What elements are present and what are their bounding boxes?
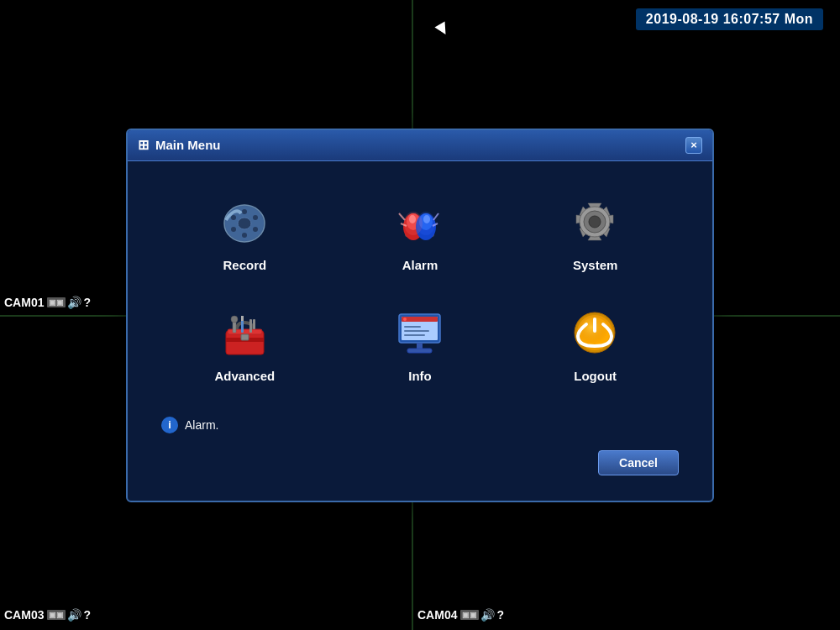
logout-label: Logout [574, 369, 617, 383]
dialog-title-text: Main Menu [155, 138, 221, 152]
svg-rect-33 [249, 319, 252, 333]
menu-item-advanced[interactable]: Advanced [161, 297, 328, 391]
advanced-label: Advanced [214, 369, 275, 383]
alarm-icon [392, 197, 447, 247]
svg-line-20 [433, 213, 438, 220]
status-message: Alarm. [185, 418, 218, 432]
svg-rect-39 [404, 326, 421, 328]
record-icon [218, 197, 272, 247]
record-icon-container [215, 195, 274, 249]
alarm-icon-container [391, 195, 449, 249]
logout-icon-container [566, 306, 625, 360]
menu-item-info[interactable]: Info [337, 297, 504, 391]
status-bar: i Alarm. [161, 417, 679, 433]
svg-rect-28 [241, 334, 249, 340]
menu-item-record[interactable]: Record [161, 186, 328, 281]
title-grid-icon: ⊞ [138, 137, 149, 153]
info-icon-container [391, 306, 449, 360]
system-icon-container [566, 195, 625, 249]
svg-point-24 [589, 216, 601, 228]
record-label: Record [223, 258, 266, 272]
dialog-title: ⊞ Main Menu [138, 137, 221, 153]
svg-rect-41 [404, 334, 425, 336]
menu-grid: Record [161, 186, 679, 391]
dialog-body: Record [128, 161, 712, 501]
system-icon [568, 197, 622, 247]
cancel-button[interactable]: Cancel [598, 450, 679, 475]
alarm-label: Alarm [402, 258, 438, 272]
info-icon [392, 307, 447, 358]
close-button[interactable]: × [685, 137, 702, 154]
svg-rect-37 [402, 317, 438, 322]
svg-point-30 [231, 316, 238, 323]
dialog-footer: Cancel [161, 450, 679, 484]
system-label: System [573, 258, 617, 272]
dialog-titlebar: ⊞ Main Menu × [128, 130, 712, 161]
advanced-icon-container [215, 306, 274, 360]
svg-point-38 [403, 318, 407, 321]
svg-rect-40 [404, 330, 429, 332]
svg-rect-34 [253, 319, 255, 329]
menu-item-system[interactable]: System [512, 186, 679, 281]
advanced-icon [218, 307, 272, 358]
svg-point-8 [225, 206, 264, 241]
main-menu-dialog: ⊞ Main Menu × [126, 129, 714, 502]
logout-icon [568, 307, 622, 358]
svg-rect-43 [407, 349, 432, 353]
svg-point-17 [417, 212, 435, 235]
menu-item-logout[interactable]: Logout [512, 297, 679, 391]
svg-rect-32 [241, 316, 244, 321]
info-label: Info [408, 369, 432, 383]
menu-item-alarm[interactable]: Alarm [337, 186, 504, 281]
svg-line-18 [399, 213, 405, 220]
status-info-icon: i [161, 417, 178, 433]
modal-overlay: ⊞ Main Menu × [0, 0, 840, 630]
